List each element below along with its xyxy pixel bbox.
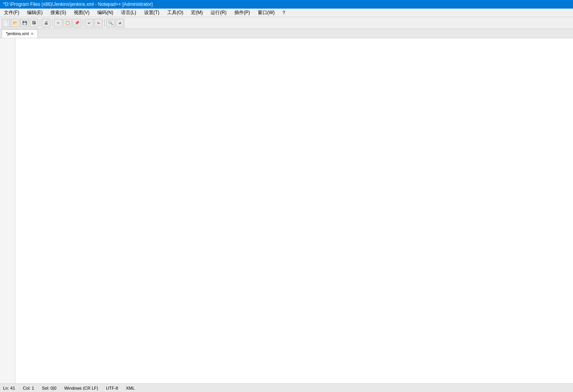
line-numbers (0, 38, 16, 383)
menu-item[interactable]: 文件(F) (2, 9, 21, 17)
menu-item[interactable]: 宏(M) (189, 9, 205, 17)
editor-area (0, 38, 573, 383)
menu-item[interactable]: ? (280, 9, 287, 16)
menu-item[interactable]: 编辑(E) (25, 9, 45, 17)
toolbar-undo[interactable]: ↩ (85, 19, 93, 27)
toolbar-saveall[interactable]: 🖫 (30, 19, 38, 27)
toolbar-redo[interactable]: ↪ (94, 19, 103, 27)
sep4 (104, 19, 105, 27)
menu-item[interactable]: 编码(N) (95, 9, 116, 17)
toolbar-open[interactable]: 📂 (11, 19, 20, 27)
menu-item[interactable]: 运行(R) (208, 9, 229, 17)
title-text: *D:\Program Files (x86)\Jenkins\jenkins.… (3, 2, 153, 7)
menu-item[interactable]: 窗口(W) (255, 9, 277, 17)
status-sel: Sel: 0|0 (42, 386, 56, 390)
code-content[interactable] (16, 38, 573, 383)
toolbar-copy[interactable]: 📋 (63, 19, 72, 27)
sep2 (52, 19, 52, 27)
status-ln: Ln: 41 (3, 386, 15, 390)
toolbar-find[interactable]: 🔍 (106, 19, 115, 27)
menu-item[interactable]: 设置(T) (142, 9, 162, 17)
toolbar-save[interactable]: 💾 (20, 19, 29, 27)
toolbar: 📄 📂 💾 🖫 🖨 ✂ 📋 📌 ↩ ↪ 🔍 ⇌ (0, 17, 573, 29)
menu-bar: 文件(F)编辑(E)搜索(S)视图(V)编码(N)语言(L)设置(T)工具(O)… (0, 9, 573, 17)
toolbar-cut[interactable]: ✂ (54, 19, 62, 27)
sep3 (83, 19, 83, 27)
tab-close-button[interactable]: ✕ (30, 32, 34, 36)
menu-item[interactable]: 视图(V) (71, 9, 92, 17)
status-windows: Windows (CR LF) (64, 386, 98, 390)
menu-item[interactable]: 语言(L) (119, 9, 139, 17)
toolbar-new[interactable]: 📄 (2, 19, 10, 27)
menu-item[interactable]: 工具(O) (165, 9, 186, 17)
tab-jenkins-xml[interactable]: *jenkins.xml ✕ (2, 29, 38, 38)
tab-label: *jenkins.xml (6, 31, 29, 36)
status-col: Col: 1 (23, 386, 34, 390)
status-type: XML (126, 386, 135, 390)
title-bar: *D:\Program Files (x86)\Jenkins\jenkins.… (0, 0, 573, 9)
status-encoding: UTF-8 (106, 386, 118, 390)
toolbar-print[interactable]: 🖨 (42, 19, 50, 27)
menu-item[interactable]: 插件(P) (232, 9, 252, 17)
sep1 (40, 19, 40, 27)
toolbar-paste[interactable]: 📌 (73, 19, 81, 27)
status-bar: Ln: 41 Col: 1 Sel: 0|0 Windows (CR LF) U… (0, 383, 573, 392)
tab-bar: *jenkins.xml ✕ (0, 29, 573, 38)
toolbar-replace[interactable]: ⇌ (116, 19, 124, 27)
menu-item[interactable]: 搜索(S) (48, 9, 68, 17)
